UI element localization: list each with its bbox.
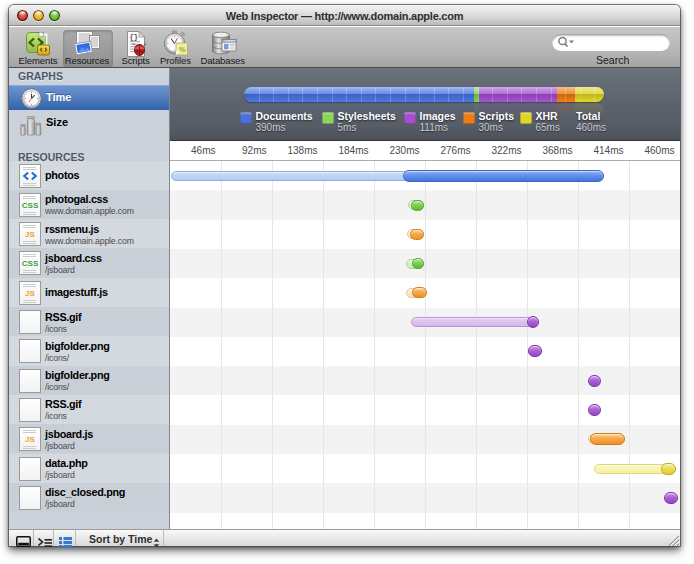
svg-text:CSS: CSS <box>22 259 39 268</box>
svg-text:%: % <box>179 45 186 54</box>
svg-text:CSS: CSS <box>22 201 39 210</box>
svg-text:JS: JS <box>25 289 35 298</box>
svg-text:JS: JS <box>25 435 35 444</box>
svg-text:JS: JS <box>25 230 35 239</box>
svg-text:{}: {} <box>129 33 137 41</box>
